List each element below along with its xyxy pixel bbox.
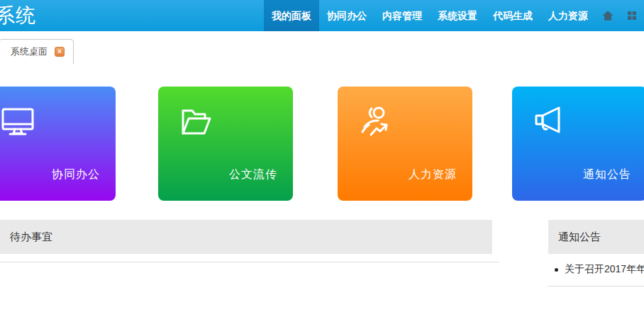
tab-label: 系统桌面	[11, 45, 48, 58]
notice-list-item[interactable]: 关于召开2017年年	[548, 260, 644, 279]
tile-document-flow[interactable]: 公文流传	[158, 87, 293, 201]
notice-panel-divider	[548, 286, 644, 287]
monitor-icon	[0, 104, 36, 140]
notice-panel-title: 通知公告	[558, 231, 601, 243]
nav-item-content-mgmt[interactable]: 内容管理	[374, 0, 430, 31]
home-icon[interactable]	[596, 0, 620, 31]
todo-panel-divider	[0, 262, 499, 262]
tile-notice[interactable]: 通知公告	[512, 87, 644, 201]
todo-panel-header: 待办事宜	[0, 220, 492, 254]
tile-label: 公文流传	[229, 167, 277, 182]
tab-system-desktop[interactable]: 系统桌面 ×	[0, 39, 74, 64]
megaphone-icon	[532, 104, 569, 140]
tile-hr[interactable]: 人力资源	[338, 87, 472, 201]
app-logo: 系统	[0, 0, 36, 31]
notice-item-text: 关于召开2017年年	[565, 263, 644, 276]
tile-label: 通知公告	[583, 167, 631, 182]
nav-item-hr[interactable]: 人力资源	[540, 0, 596, 31]
tile-label: 人力资源	[409, 167, 457, 182]
grid-icon[interactable]	[620, 0, 644, 31]
person-growth-icon	[357, 104, 394, 140]
tile-collab-office[interactable]: 协同办公	[0, 87, 116, 201]
nav-item-code-gen[interactable]: 代码生成	[485, 0, 540, 31]
tile-label: 协同办公	[52, 167, 100, 182]
main-nav: 我的面板 协同办公 内容管理 系统设置 代码生成 人力资源	[264, 0, 644, 31]
todo-panel-title: 待办事宜	[10, 231, 52, 243]
bullet-icon	[555, 268, 558, 272]
notice-panel-header: 通知公告	[548, 220, 644, 254]
nav-item-system-settings[interactable]: 系统设置	[430, 0, 485, 31]
nav-item-collab-office[interactable]: 协同办公	[319, 0, 374, 31]
open-folder-icon	[178, 104, 215, 140]
tab-bar: 系统桌面 ×	[0, 31, 644, 64]
app-window: 系统 我的面板 协同办公 内容管理 系统设置 代码生成 人力资源 系统桌面 ×	[0, 0, 644, 322]
nav-item-my-panel[interactable]: 我的面板	[264, 0, 319, 31]
top-header: 系统 我的面板 协同办公 内容管理 系统设置 代码生成 人力资源	[0, 0, 644, 31]
tab-close-icon[interactable]: ×	[55, 47, 65, 57]
